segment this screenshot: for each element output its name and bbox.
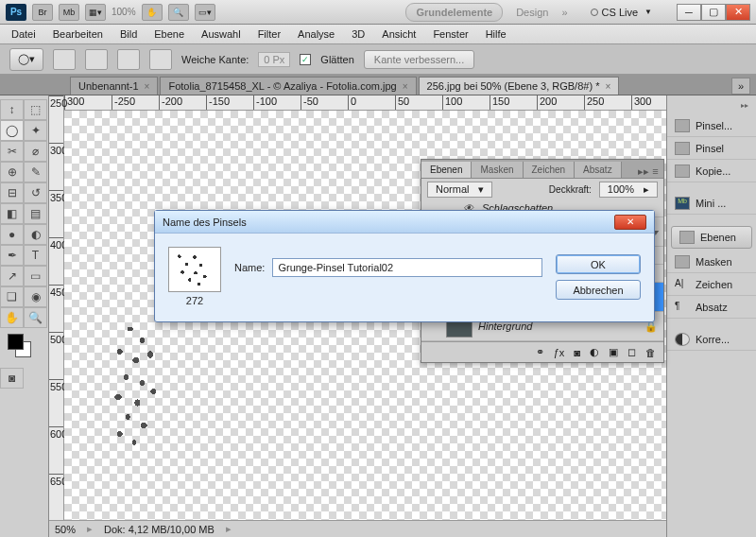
minibridge-icon[interactable]: Mb: [59, 4, 79, 21]
brush-name-input[interactable]: [272, 258, 542, 277]
blend-mode-select[interactable]: Normal▾: [427, 182, 492, 198]
type-tool[interactable]: T: [24, 245, 47, 266]
refine-edge-button[interactable]: Kante verbessern...: [364, 50, 474, 69]
panel-tab-masken[interactable]: Masken: [472, 162, 523, 178]
minibridge-icon: Mb: [675, 197, 690, 210]
status-dok[interactable]: Dok: 4,12 MB/10,00 MB: [104, 524, 215, 535]
zoom-tool[interactable]: 🔍: [24, 307, 47, 328]
tool-preset-icon[interactable]: ◯▾: [9, 48, 43, 71]
minimize-button[interactable]: ─: [677, 4, 701, 21]
panel-tab-zeichen[interactable]: Zeichen: [524, 162, 576, 178]
doc-tab-2[interactable]: 256.jpg bei 50% (Ebene 3, RGB/8#) *×: [419, 77, 620, 95]
menu-bild[interactable]: Bild: [120, 28, 137, 40]
arrange-docs-icon[interactable]: ▦▾: [85, 4, 106, 21]
subtract-selection-icon[interactable]: [117, 49, 140, 70]
adjustment-icon[interactable]: ◐: [590, 346, 599, 358]
fx-icon[interactable]: ƒx: [554, 347, 565, 358]
menu-hilfe[interactable]: Hilfe: [486, 28, 507, 40]
horizontal-ruler[interactable]: 300-250-200-150-100-50050100150200250300…: [64, 95, 666, 111]
feather-value[interactable]: 0 Px: [258, 52, 290, 67]
close-icon[interactable]: ×: [605, 81, 610, 92]
cancel-button[interactable]: Abbrechen: [556, 280, 641, 300]
ok-button[interactable]: OK: [556, 254, 641, 274]
crop-tool[interactable]: ✂: [0, 141, 24, 162]
new-layer-icon[interactable]: ◻: [627, 346, 636, 358]
status-zoom[interactable]: 50%: [55, 524, 76, 535]
antialias-checkbox[interactable]: ✓: [300, 54, 311, 65]
trash-icon[interactable]: 🗑: [645, 347, 656, 358]
mask-icon[interactable]: ◙: [574, 347, 580, 358]
menu-bearbeiten[interactable]: Bearbeiten: [53, 28, 103, 40]
panel-menu-icon[interactable]: ▸▸ ≡: [633, 165, 663, 178]
dock-masken[interactable]: Masken: [667, 251, 756, 273]
dock-zeichen[interactable]: A|Zeichen: [667, 273, 756, 296]
menu-ebene[interactable]: Ebene: [154, 28, 184, 40]
add-selection-icon[interactable]: [85, 49, 108, 70]
menu-analyse[interactable]: Analyse: [298, 28, 335, 40]
zoom-icon[interactable]: 🔍: [168, 4, 189, 21]
bridge-icon[interactable]: Br: [32, 4, 53, 21]
dock-pinsel[interactable]: Pinsel: [667, 137, 756, 160]
close-button[interactable]: ✕: [726, 4, 750, 21]
cs-live[interactable]: CS Live▼: [591, 7, 652, 18]
menu-ansicht[interactable]: Ansicht: [382, 28, 416, 40]
history-brush-tool[interactable]: ↺: [24, 182, 47, 203]
wand-tool[interactable]: ✦: [24, 120, 47, 141]
dock-korrekturen[interactable]: Korre...: [667, 328, 756, 351]
menu-auswahl[interactable]: Auswahl: [201, 28, 241, 40]
doc-tab-0[interactable]: Unbenannt-1×: [70, 77, 158, 95]
screen-mode-icon[interactable]: ▭▾: [195, 4, 215, 21]
dock-collapse-icon[interactable]: ▸▸: [667, 95, 756, 114]
marquee-tool[interactable]: ⬚: [24, 99, 47, 120]
workspace-more-icon[interactable]: »: [561, 7, 567, 18]
move-tool[interactable]: ↕: [0, 99, 24, 120]
panel-tab-absatz[interactable]: Absatz: [575, 162, 622, 178]
menu-3d[interactable]: 3D: [352, 28, 365, 40]
dialog-close-button[interactable]: ✕: [614, 215, 646, 230]
panel-tab-ebenen[interactable]: Ebenen: [421, 162, 472, 178]
maximize-button[interactable]: ▢: [701, 4, 726, 21]
dock-pinselvorgaben[interactable]: Pinsel...: [667, 114, 756, 137]
folder-icon[interactable]: ▣: [609, 346, 618, 358]
doc-tab-1[interactable]: Fotolia_8715458_XL - © Azaliya - Fotolia…: [160, 77, 416, 95]
menu-fenster[interactable]: Fenster: [433, 28, 468, 40]
vertical-ruler[interactable]: 2503003504004505005506006507007508008509…: [49, 95, 64, 520]
menu-datei[interactable]: Datei: [11, 28, 36, 40]
new-selection-icon[interactable]: [53, 49, 76, 70]
link-icon[interactable]: ⚭: [536, 346, 544, 358]
brush-size: 272: [186, 295, 203, 306]
app-icon: Ps: [6, 4, 26, 21]
quickmask-tool[interactable]: ◙: [0, 368, 24, 389]
3d-cam-tool[interactable]: ◉: [24, 286, 47, 307]
tabs-overflow-icon[interactable]: »: [731, 78, 750, 95]
workspace-design[interactable]: Design: [516, 7, 548, 18]
dock-ebenen[interactable]: Ebenen: [671, 226, 752, 249]
dock-minibridge[interactable]: MbMini ...: [667, 192, 756, 215]
path-tool[interactable]: ↗: [0, 266, 24, 286]
blur-tool[interactable]: ●: [0, 224, 24, 245]
pen-tool[interactable]: ✒: [0, 245, 24, 266]
opacity-value[interactable]: 100%▸: [599, 182, 658, 198]
color-swatches[interactable]: [4, 334, 44, 362]
gradient-tool[interactable]: ▤: [24, 203, 47, 224]
dock-absatz[interactable]: ¶Absatz: [667, 296, 756, 319]
heal-tool[interactable]: ⊕: [0, 162, 24, 182]
lasso-tool[interactable]: ◯: [0, 120, 24, 141]
shape-tool[interactable]: ▭: [24, 266, 47, 286]
close-icon[interactable]: ×: [145, 81, 150, 92]
dialog-title-bar[interactable]: Name des Pinsels ✕: [155, 211, 654, 234]
menu-filter[interactable]: Filter: [258, 28, 281, 40]
stamp-tool[interactable]: ⊟: [0, 182, 24, 203]
eyedropper-tool[interactable]: ⌀: [24, 141, 47, 162]
brush-tool[interactable]: ✎: [24, 162, 47, 182]
dock-kopierquelle[interactable]: Kopie...: [667, 160, 756, 182]
zoom-display[interactable]: 100%: [112, 7, 136, 17]
workspace-grundelemente[interactable]: Grundelemente: [405, 3, 503, 22]
3d-tool[interactable]: ❑: [0, 286, 24, 307]
close-icon[interactable]: ×: [403, 81, 408, 92]
eraser-tool[interactable]: ◧: [0, 203, 24, 224]
hand-icon[interactable]: ✋: [142, 4, 163, 21]
intersect-selection-icon[interactable]: [149, 49, 172, 70]
hand-tool[interactable]: ✋: [0, 307, 24, 328]
dodge-tool[interactable]: ◐: [24, 224, 47, 245]
